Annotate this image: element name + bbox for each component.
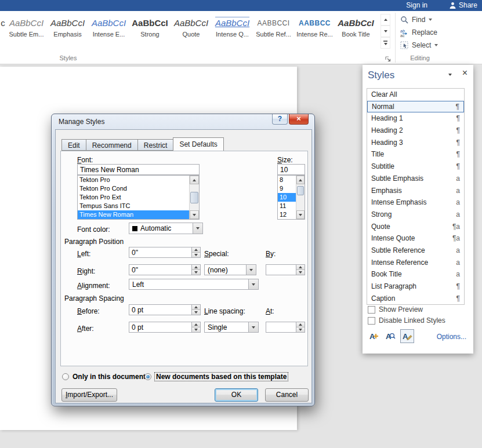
disable-linked-styles-checkbox[interactable]: Disable Linked Styles: [368, 316, 445, 325]
checkbox-box[interactable]: [368, 317, 375, 325]
font-option-selected[interactable]: Times New Roman: [78, 210, 189, 219]
select-button[interactable]: Select: [400, 39, 438, 51]
gallery-style-partial[interactable]: c: [0, 13, 6, 50]
combo-dropdown-button[interactable]: [248, 279, 258, 289]
scroll-down-arrow[interactable]: [296, 210, 305, 219]
special-combo[interactable]: (none): [204, 264, 256, 275]
style-item-heading-1[interactable]: Heading 1¶: [367, 112, 464, 125]
line-spacing-combo[interactable]: Single: [204, 322, 259, 333]
right-indent-spinner[interactable]: 0": [129, 264, 201, 275]
left-indent-spinner[interactable]: 0": [129, 247, 201, 258]
dialog-close-button[interactable]: ×: [289, 114, 309, 125]
style-item-quote[interactable]: Quote¶a: [367, 221, 464, 233]
size-option[interactable]: 8: [278, 176, 296, 184]
pane-close-button[interactable]: ×: [462, 68, 467, 78]
gallery-style-intense-quote[interactable]: AaBbCcI Intense Q...: [212, 13, 253, 50]
replace-button[interactable]: ab ac Replace: [400, 27, 437, 38]
spin-up-button[interactable]: [192, 322, 200, 327]
scroll-down-arrow[interactable]: [190, 210, 199, 219]
spin-down-button[interactable]: [296, 327, 305, 332]
spin-down-button[interactable]: [192, 327, 200, 332]
gallery-style-subtle-emphasis[interactable]: AaBbCcI Subtle Em...: [6, 13, 47, 50]
spin-down-button[interactable]: [296, 269, 305, 275]
size-option-selected[interactable]: 10: [278, 193, 296, 202]
tab-recommend[interactable]: Recommend: [86, 139, 138, 151]
by-spinner[interactable]: [266, 264, 305, 275]
show-preview-checkbox[interactable]: Show Preview: [368, 305, 423, 314]
scroll-up-arrow[interactable]: [296, 176, 305, 184]
radio-circle-checked[interactable]: [144, 373, 151, 380]
gallery-scroll-up-button[interactable]: [380, 14, 390, 26]
size-input[interactable]: 10: [277, 164, 305, 175]
import-export-button[interactable]: Import/Export...: [61, 388, 117, 402]
gallery-style-strong[interactable]: AaBbCcI Strong: [129, 13, 171, 50]
size-list-scrollbar[interactable]: [296, 176, 305, 219]
find-button[interactable]: Find: [400, 14, 432, 26]
font-option[interactable]: Tempus Sans ITC: [78, 202, 189, 210]
gallery-style-quote[interactable]: AaBbCcI Quote: [171, 13, 212, 50]
radio-circle[interactable]: [62, 373, 69, 380]
combo-dropdown-button[interactable]: [246, 265, 256, 275]
spin-up-button[interactable]: [296, 322, 305, 327]
style-item-subtitle[interactable]: Subtitle¶: [367, 161, 464, 173]
size-option[interactable]: 11: [278, 202, 296, 210]
style-item-subtle-reference[interactable]: Subtle Referencea: [367, 245, 464, 257]
gallery-style-book-title[interactable]: AaBbCcI Book Title: [335, 13, 376, 50]
spin-up-button[interactable]: [296, 265, 305, 269]
spin-up-button[interactable]: [192, 305, 200, 309]
ok-button[interactable]: OK: [215, 388, 258, 402]
alignment-combo[interactable]: Left: [129, 279, 259, 290]
gallery-style-intense-emphasis[interactable]: AaBbCcI Intense E...: [88, 13, 129, 50]
font-option[interactable]: Tekton Pro Ext: [78, 193, 189, 202]
pane-menu-button[interactable]: [445, 71, 454, 79]
gallery-style-emphasis[interactable]: AaBbCcI Emphasis: [47, 13, 88, 50]
gallery-scroll-down-button[interactable]: [380, 26, 390, 37]
style-item-subtle-emphasis[interactable]: Subtle Emphasisa: [367, 173, 464, 185]
gallery-more-button[interactable]: [380, 37, 390, 49]
combo-dropdown-button[interactable]: [248, 322, 258, 332]
spin-down-button[interactable]: [192, 309, 200, 315]
size-option[interactable]: 12: [278, 210, 296, 219]
style-item-clear-all[interactable]: Clear All: [367, 89, 464, 101]
font-input[interactable]: Times New Roman: [77, 164, 200, 175]
after-spacing-spinner[interactable]: 0 pt: [129, 322, 201, 333]
style-item-normal[interactable]: Normal¶: [367, 101, 464, 113]
spin-up-button[interactable]: [192, 265, 200, 269]
tab-restrict[interactable]: Restrict: [137, 139, 174, 151]
cancel-button[interactable]: Cancel: [265, 388, 309, 402]
style-item-strong[interactable]: Stronga: [367, 209, 464, 221]
style-item-intense-emphasis[interactable]: Intense Emphasisa: [367, 196, 464, 209]
spin-down-button[interactable]: [192, 252, 200, 257]
font-list-scrollbar[interactable]: [189, 176, 199, 219]
styles-dialog-launcher[interactable]: [385, 54, 392, 62]
scroll-thumb[interactable]: [190, 192, 198, 203]
scroll-thumb[interactable]: [297, 186, 304, 195]
style-inspector-button[interactable]: A: [383, 329, 397, 343]
style-item-list-paragraph[interactable]: List Paragraph¶: [367, 281, 464, 293]
spin-down-button[interactable]: [192, 269, 200, 275]
tab-set-defaults[interactable]: Set Defaults: [173, 137, 223, 151]
before-spacing-spinner[interactable]: 0 pt: [129, 304, 201, 315]
pane-options-link[interactable]: Options...: [437, 333, 466, 341]
style-item-book-title[interactable]: Book Titlea: [367, 268, 464, 281]
size-option[interactable]: 9: [278, 184, 296, 193]
font-option[interactable]: Tekton Pro Cond: [78, 184, 189, 193]
style-item-emphasis[interactable]: Emphasisa: [367, 185, 464, 197]
tab-edit[interactable]: Edit: [61, 139, 86, 151]
style-item-heading-3[interactable]: Heading 3¶: [367, 137, 464, 149]
new-style-button[interactable]: A: [367, 329, 380, 343]
font-color-combo[interactable]: Automatic: [129, 223, 203, 234]
style-item-intense-quote[interactable]: Intense Quote¶a: [367, 232, 464, 245]
checkbox-box[interactable]: [368, 306, 375, 314]
spin-up-button[interactable]: [192, 247, 200, 252]
combo-dropdown-button[interactable]: [193, 223, 202, 234]
gallery-style-subtle-reference[interactable]: AABBCCI Subtle Ref...: [253, 13, 294, 50]
gallery-style-intense-reference[interactable]: AABBCC Intense Re...: [294, 13, 335, 50]
style-item-intense-reference[interactable]: Intense Referencea: [367, 257, 464, 269]
only-this-document-radio[interactable]: Only in this document: [62, 373, 146, 381]
style-item-caption[interactable]: Caption¶: [367, 293, 464, 305]
manage-styles-button[interactable]: A: [400, 329, 414, 343]
share-button[interactable]: Share: [449, 1, 477, 9]
font-option[interactable]: Tekton Pro: [78, 176, 189, 184]
scroll-up-arrow[interactable]: [190, 176, 199, 184]
